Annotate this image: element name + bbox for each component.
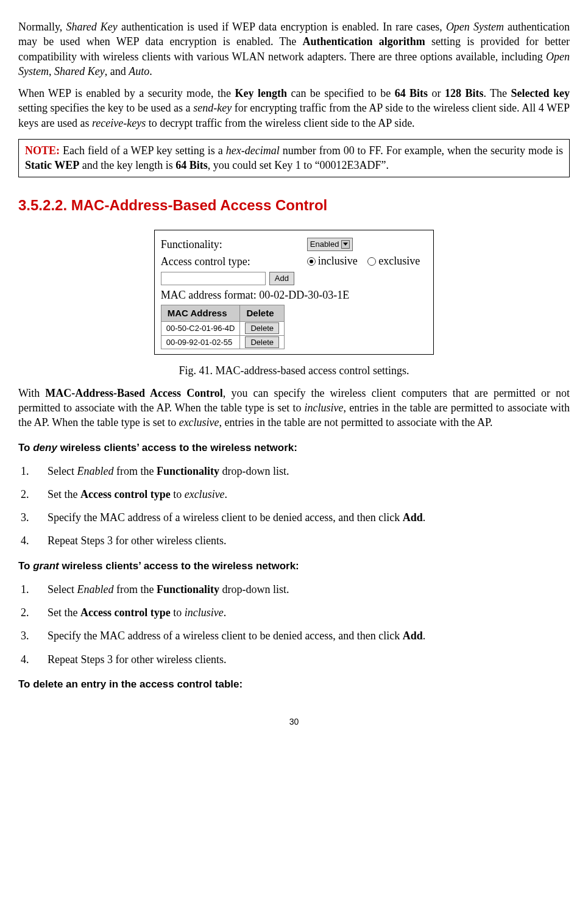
text-italic: exclusive: [179, 416, 219, 428]
text-bold: Access control type: [80, 488, 171, 500]
text-italic: hex-decimal: [226, 144, 280, 157]
text-italic: Auto: [129, 65, 149, 77]
list-item: Specify the MAC address of a wireless cl…: [18, 628, 570, 643]
text: .: [224, 606, 227, 619]
text-bold: Access control type: [80, 606, 171, 619]
text: to decrypt traffic from the wireless cli…: [146, 117, 414, 129]
list-item: Select Enabled from the Functionality dr…: [18, 464, 570, 478]
text-italic: send-key: [193, 102, 232, 114]
page-number: 30: [18, 716, 570, 728]
figure-frame: Functionality: Enabled Access control ty…: [154, 230, 434, 355]
functionality-label: Functionality:: [161, 237, 271, 252]
text: Select: [48, 465, 77, 477]
list-item: Set the Access control type to inclusive…: [18, 605, 570, 620]
mac-address-table: MAC Address Delete 00-50-C2-01-96-4D Del…: [161, 305, 285, 349]
list-item: Repeat Steps 3 for other wireless client…: [18, 652, 570, 667]
text-italic: inclusive: [305, 402, 344, 414]
radio-icon: [307, 257, 316, 266]
deny-steps: Select Enabled from the Functionality dr…: [18, 464, 570, 549]
text: .: [149, 65, 152, 77]
text: To: [18, 560, 33, 572]
text-italic: Shared Key: [66, 21, 117, 33]
text: Normally,: [18, 21, 66, 33]
text: can be specified to be: [287, 87, 395, 99]
radio-inclusive-label: inclusive: [318, 254, 358, 268]
text: wireless clients’ access to the wireless…: [59, 560, 299, 572]
text-italic: Enabled: [77, 465, 113, 477]
list-item: Repeat Steps 3 for other wireless client…: [18, 533, 570, 548]
functionality-select[interactable]: Enabled: [307, 238, 353, 251]
radio-icon: [367, 257, 376, 266]
text: Repeat Steps 3 for other wireless client…: [48, 653, 226, 666]
radio-inclusive[interactable]: inclusive: [307, 254, 358, 268]
text: When WEP is enabled by a security mode, …: [18, 87, 235, 99]
text-bold: Selected key: [511, 87, 570, 99]
text: drop-down list.: [219, 465, 289, 477]
text: .: [225, 488, 228, 500]
text: from the: [113, 583, 156, 595]
text: , and: [105, 65, 129, 77]
text-italic: deny: [33, 442, 57, 453]
list-item: Specify the MAC address of a wireless cl…: [18, 510, 570, 525]
text: number from 00 to FF. For example, when …: [280, 144, 563, 157]
figure-caption: Fig. 41. MAC-address-based access contro…: [18, 363, 570, 378]
mac-cell: 00-09-92-01-02-55: [161, 335, 240, 349]
text: authentication is used if WEP data encry…: [118, 21, 446, 33]
text-bold: Authentication algorithm: [303, 35, 425, 48]
paragraph-2: When WEP is enabled by a security mode, …: [18, 86, 570, 130]
text-italic: Open System: [446, 21, 504, 33]
text-bold: Functionality: [157, 465, 219, 477]
text: Specify the MAC address of a wireless cl…: [48, 511, 403, 524]
mac-format-note: MAC address format: 00-02-DD-30-03-1E: [161, 288, 427, 302]
paragraph-3: With MAC-Address-Based Access Control, y…: [18, 386, 570, 430]
text: or: [428, 87, 445, 99]
text-bold: MAC-Address-Based Access Control: [45, 387, 222, 399]
text: Set the: [48, 606, 80, 619]
text: drop-down list.: [219, 583, 289, 595]
note-box: NOTE: Each field of a WEP key setting is…: [18, 139, 570, 177]
radio-exclusive[interactable]: exclusive: [367, 254, 420, 268]
mac-address-input[interactable]: [161, 272, 266, 285]
table-header-row: MAC Address Delete: [161, 305, 284, 322]
list-item: Set the Access control type to exclusive…: [18, 487, 570, 502]
text: , entries in the table are not permitted…: [219, 416, 493, 428]
text-italic: grant: [33, 560, 59, 572]
text-bold: 64 Bits: [175, 159, 208, 171]
th-delete: Delete: [240, 305, 285, 322]
text: With: [18, 387, 45, 399]
text-bold: Add: [403, 630, 423, 642]
access-control-type-label: Access control type:: [161, 254, 271, 269]
access-control-type-row: Access control type: inclusive exclusive: [161, 254, 427, 269]
figure-41: Functionality: Enabled Access control ty…: [18, 230, 570, 378]
table-row: 00-09-92-01-02-55 Delete: [161, 335, 284, 349]
table-row: 00-50-C2-01-96-4D Delete: [161, 322, 284, 336]
text: Repeat Steps 3 for other wireless client…: [48, 535, 226, 547]
add-mac-row: Add: [161, 272, 427, 285]
text: .: [423, 630, 426, 642]
text: , you could set Key 1 to “00012E3ADF”.: [208, 159, 389, 171]
text: . The: [483, 87, 511, 99]
text-bold: Key length: [235, 87, 287, 99]
delete-button[interactable]: Delete: [245, 322, 279, 334]
text: Select: [48, 583, 77, 595]
text: Set the: [48, 488, 80, 500]
text: .: [423, 511, 426, 524]
grant-steps: Select Enabled from the Functionality dr…: [18, 582, 570, 667]
add-button[interactable]: Add: [269, 272, 294, 285]
text-bold: Static WEP: [25, 159, 79, 171]
text: setting specifies the key to be used as …: [18, 102, 193, 114]
text: to: [171, 488, 185, 500]
grant-heading: To grant wireless clients’ access to the…: [18, 560, 570, 574]
deny-heading: To deny wireless clients’ access to the …: [18, 441, 570, 455]
text-bold: 64 Bits: [395, 87, 428, 99]
text: wireless clients’ access to the wireless…: [57, 442, 297, 453]
functionality-value: Enabled: [310, 239, 339, 250]
radio-exclusive-label: exclusive: [378, 254, 420, 268]
text-italic: Enabled: [77, 583, 113, 595]
text-italic: inclusive: [185, 606, 224, 619]
text: from the: [113, 465, 156, 477]
delete-button[interactable]: Delete: [245, 336, 279, 348]
paragraph-1: Normally, Shared Key authentication is u…: [18, 20, 570, 79]
chevron-down-icon: [341, 240, 350, 249]
text-italic: exclusive: [185, 488, 225, 500]
